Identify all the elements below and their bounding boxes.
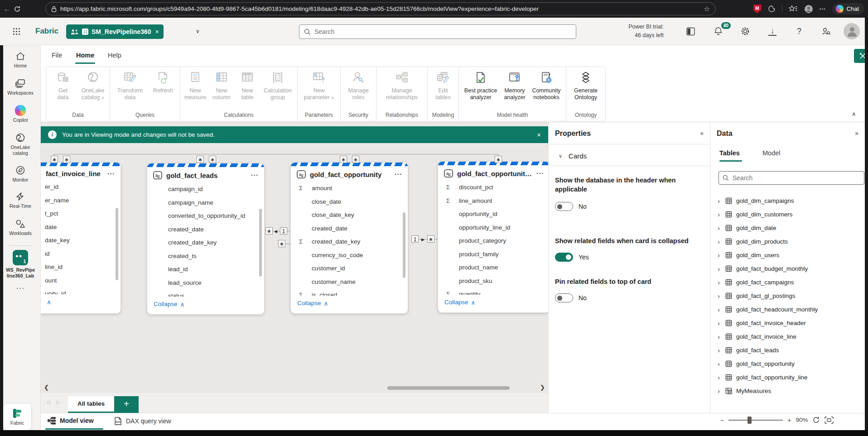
tab-tables[interactable]: Tables <box>719 149 740 157</box>
field-row[interactable]: opportunity_id <box>438 207 548 221</box>
account-avatar[interactable] <box>844 23 860 39</box>
horizontal-scrollbar[interactable] <box>387 386 510 390</box>
edit-tables-button[interactable]: Edit tables <box>429 67 457 110</box>
zoom-in-icon[interactable]: + <box>787 417 791 424</box>
url-bar[interactable]: https://app.fabric.microsoft.com/groups/… <box>45 2 716 15</box>
card-collapse-link[interactable]: ∧ <box>41 294 121 309</box>
chevron-right-icon[interactable]: › <box>718 224 721 232</box>
table-row[interactable]: ›gold_fact_invoice_line <box>710 330 865 343</box>
field-row[interactable]: er_id <box>41 180 121 194</box>
field-row[interactable]: id <box>41 247 121 261</box>
reset-zoom-icon[interactable] <box>812 416 820 424</box>
table-row[interactable]: ›MyMeasures <box>710 384 865 398</box>
chevron-right-icon[interactable]: › <box>718 360 721 368</box>
dax-query-view-tab[interactable]: DAX DAX query view <box>113 417 171 426</box>
table-row[interactable]: ›gold_fact_opportunity_line <box>710 370 865 384</box>
collapse-panel-icon[interactable]: » <box>855 129 858 137</box>
field-row[interactable]: created_date_key <box>147 236 264 249</box>
copilot-chat-button[interactable]: Chat <box>832 3 864 14</box>
global-search[interactable] <box>299 24 576 39</box>
sidebar-item-monitor[interactable]: Monitor <box>0 165 41 183</box>
chevron-right-icon[interactable]: › <box>718 319 721 327</box>
add-layout-button[interactable]: + <box>114 396 139 413</box>
field-row[interactable]: close_date <box>291 195 408 209</box>
chevron-right-icon[interactable]: › <box>718 346 721 354</box>
field-row[interactable]: product_category <box>438 234 548 248</box>
field-row[interactable]: customer_name <box>291 275 408 289</box>
chevron-right-icon[interactable]: › <box>718 211 721 218</box>
field-row[interactable]: product_sku <box>438 274 548 288</box>
chevron-right-icon[interactable]: › <box>718 265 721 273</box>
field-row[interactable]: converted_to_opportunity_id <box>147 209 264 223</box>
download-icon[interactable]: ↓ <box>767 26 778 37</box>
ribbon-tab-home[interactable]: Home <box>73 50 97 61</box>
chevron-right-icon[interactable]: › <box>718 251 721 259</box>
table-row[interactable]: ›gold_dim_campaigns <box>710 194 865 207</box>
field-row[interactable]: lead_source <box>147 276 264 290</box>
table-row[interactable]: ›gold_fact_leads <box>710 343 865 357</box>
table-row[interactable]: ›gold_dim_date <box>710 221 865 235</box>
sidebar-item-onelake-catalog[interactable]: OneLake catalog <box>0 132 41 156</box>
onelake-catalog-button[interactable]: OneLake catalog ∨ <box>78 67 108 110</box>
search-input[interactable] <box>314 28 571 35</box>
field-row[interactable]: Σcreated_date_key <box>291 235 408 249</box>
field-row[interactable]: t_pct <box>41 207 121 220</box>
scroll-left-icon[interactable]: ❮ <box>44 384 49 391</box>
field-row[interactable]: line_id <box>41 260 121 274</box>
field-row[interactable]: date_key <box>41 234 121 247</box>
card-more-icon[interactable]: ··· <box>395 171 402 178</box>
fit-to-screen-icon[interactable] <box>825 417 834 424</box>
chevron-right-icon[interactable]: › <box>718 374 721 381</box>
browser-back-icon[interactable]: ← <box>0 5 14 13</box>
best-practice-analyzer-button[interactable]: Best practice analyzer <box>461 67 501 110</box>
table-row[interactable]: ›gold_fact_opportunity <box>710 357 865 370</box>
new-table-button[interactable]: New table <box>235 67 260 110</box>
all-tables-tab[interactable]: All tables <box>68 396 114 413</box>
card-scrollbar[interactable] <box>403 212 405 278</box>
field-row[interactable]: campaign_id <box>147 182 264 196</box>
field-row[interactable]: created_ts <box>147 249 264 263</box>
table-row[interactable]: ›gold_dim_users <box>710 248 865 262</box>
table-row[interactable]: ›gold_fact_campaigns <box>710 275 865 289</box>
url-text[interactable]: https://app.fabric.microsoft.com/groups/… <box>60 5 700 12</box>
ribbon-tab-help[interactable]: Help <box>105 50 124 61</box>
table-card-gold-fact-leads[interactable]: gold_fact_leads ··· campaign_id campaign… <box>147 163 265 315</box>
field-row[interactable]: Σdiscount_pct <box>438 181 548 194</box>
card-scrollbar[interactable] <box>259 209 262 277</box>
fabric-logo-card[interactable]: Fabric <box>3 404 31 430</box>
zoom-slider[interactable] <box>728 420 783 421</box>
mcafee-extension-icon[interactable]: M <box>753 5 762 14</box>
table-row[interactable]: ›gold_fact_invoice_header <box>710 316 865 330</box>
field-row[interactable]: Σquantity <box>438 287 548 295</box>
show-database-toggle[interactable] <box>555 202 573 211</box>
sidebar-item-workspaces[interactable]: Workspaces <box>0 78 41 96</box>
card-collapse-link[interactable]: Collapse ∧ <box>147 297 264 311</box>
side-pane-toggle-icon[interactable] <box>685 26 696 37</box>
sidebar-more-icon[interactable]: ··· <box>0 284 41 292</box>
generate-ontology-button[interactable]: Generate Ontology <box>568 67 603 110</box>
card-more-icon[interactable]: ··· <box>536 170 544 177</box>
new-measure-button[interactable]: New measure <box>182 67 208 110</box>
field-row[interactable]: Σamount <box>291 182 408 195</box>
feedback-icon[interactable] <box>821 26 832 37</box>
field-row[interactable]: Σline_amount <box>438 194 548 208</box>
card-collapse-link[interactable]: Collapse ∧ <box>291 296 408 311</box>
table-card-gold-fact-opportunity-line[interactable]: gold_fact_opportunity_l... ··· Σdiscount… <box>438 161 548 313</box>
model-view-tab[interactable]: Model view <box>47 417 94 425</box>
data-search[interactable] <box>719 171 864 185</box>
sidebar-item-workspace-current[interactable]: ●●1 WS_RevPipe line360_Lab <box>0 250 41 279</box>
model-canvas[interactable]: i You are in Viewing mode and changes wi… <box>41 122 548 393</box>
zoom-slider-thumb[interactable] <box>747 417 752 424</box>
card-more-icon[interactable]: ··· <box>107 170 115 177</box>
field-row[interactable]: product_family <box>438 248 548 261</box>
app-launcher-icon[interactable] <box>13 28 20 35</box>
data-search-input[interactable] <box>733 174 860 182</box>
scroll-right-icon[interactable]: ❯ <box>540 384 545 391</box>
favorites-icon[interactable] <box>789 5 798 13</box>
get-data-button[interactable]: Get data <box>48 67 78 110</box>
tab-model[interactable]: Model <box>762 149 781 157</box>
card-collapse-link[interactable]: Collapse ∧ <box>438 295 548 310</box>
chevron-right-icon[interactable]: › <box>718 333 721 340</box>
show-related-fields-toggle[interactable] <box>555 253 573 262</box>
field-row[interactable]: date <box>41 220 121 234</box>
